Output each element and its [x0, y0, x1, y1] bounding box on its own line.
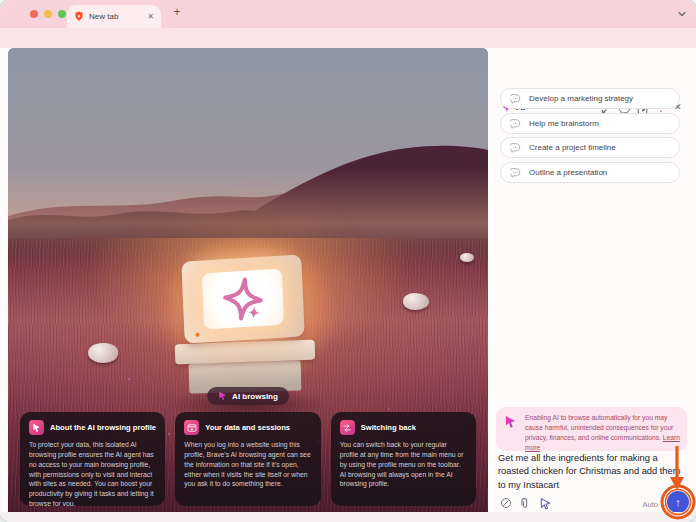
- send-button[interactable]: ↑: [667, 491, 689, 513]
- about-profile-icon: [29, 420, 44, 435]
- tab-close-icon[interactable]: ✕: [147, 12, 154, 21]
- new-tab-button[interactable]: +: [169, 4, 185, 20]
- send-arrow-icon: ↑: [675, 497, 681, 508]
- computer-monitor: [181, 254, 304, 343]
- tab-strip: New tab ✕ +: [0, 0, 696, 28]
- prompt-bubble-icon: [510, 168, 521, 178]
- window-bottom-edge: [0, 512, 696, 522]
- traffic-light-zoom[interactable]: [58, 10, 66, 18]
- data-sessions-icon: [184, 420, 199, 435]
- rock: [403, 293, 429, 310]
- ai-browsing-badge: AI browsing: [207, 387, 289, 405]
- switch-back-icon: [340, 420, 355, 435]
- computer-screen: [202, 269, 284, 330]
- composer-input[interactable]: Get me all the ingredients for making a …: [498, 452, 687, 492]
- traffic-light-minimize[interactable]: [44, 10, 52, 18]
- toolbar: ↻ Search with Brave or type a URL ⋮: [0, 28, 696, 48]
- prompt-bubble-icon: [510, 94, 521, 104]
- chip-outline-presentation[interactable]: Outline a presentation: [500, 162, 680, 183]
- card-title: Your data and sessions: [205, 423, 290, 432]
- chip-label: Outline a presentation: [529, 168, 607, 177]
- attachment-paperclip-icon[interactable]: [519, 497, 530, 510]
- ai-cursor-warning-icon: [504, 415, 517, 429]
- pointer-cursor-icon[interactable]: [539, 497, 552, 510]
- card-data-sessions: Your data and sessions When you log into…: [175, 412, 320, 506]
- card-body: When you log into a website using this p…: [184, 440, 311, 489]
- card-title: Switching back: [361, 423, 416, 432]
- sparkle-on-screen-icon: [216, 274, 270, 323]
- ai-browse-warning: Enabling AI to browse automatically for …: [496, 407, 687, 451]
- prompt-bubble-icon: [510, 119, 521, 129]
- mode-selector[interactable]: Auto: [624, 500, 658, 509]
- chip-label: Create a project timeline: [529, 143, 616, 152]
- chip-marketing-strategy[interactable]: Develop a marketing strategy: [500, 88, 680, 109]
- monitor-logo-dot: [195, 333, 199, 337]
- rock: [460, 253, 474, 262]
- card-title: About the AI browsing profile: [50, 423, 156, 432]
- card-body: To protect your data, this isolated AI b…: [29, 440, 156, 506]
- traffic-light-close[interactable]: [30, 10, 38, 18]
- chip-label: Help me brainstorm: [529, 119, 599, 128]
- browser-window: New tab ✕ + ↻ Search with Brave or type …: [0, 0, 696, 522]
- prompt-bubble-icon: [510, 143, 521, 153]
- chip-label: Develop a marketing strategy: [529, 94, 633, 103]
- leo-ai-panel: AI ⋮ ✕ Develop a marketing strategy: [488, 48, 696, 512]
- info-cards: About the AI browsing profile To protect…: [20, 412, 476, 506]
- badge-label: AI browsing: [232, 392, 278, 401]
- ai-browsing-hero-image: AI browsing About the AI browsing profil…: [8, 48, 488, 512]
- tab-search-chevron-icon[interactable]: [677, 9, 687, 19]
- tab-title: New tab: [89, 12, 147, 21]
- tab-new-tab[interactable]: New tab ✕: [67, 5, 161, 28]
- chip-project-timeline[interactable]: Create a project timeline: [500, 137, 680, 158]
- ai-cursor-icon: [218, 391, 227, 401]
- card-about-profile: About the AI browsing profile To protect…: [20, 412, 165, 506]
- rock: [88, 343, 118, 363]
- card-switching-back: Switching back You can switch back to yo…: [331, 412, 476, 506]
- brave-shield-favicon: [74, 11, 84, 22]
- slash-circle-icon[interactable]: [500, 497, 512, 509]
- warning-text: Enabling AI to browse automatically for …: [525, 414, 673, 441]
- card-body: You can switch back to your regular prof…: [340, 440, 467, 489]
- chip-brainstorm[interactable]: Help me brainstorm: [500, 113, 680, 134]
